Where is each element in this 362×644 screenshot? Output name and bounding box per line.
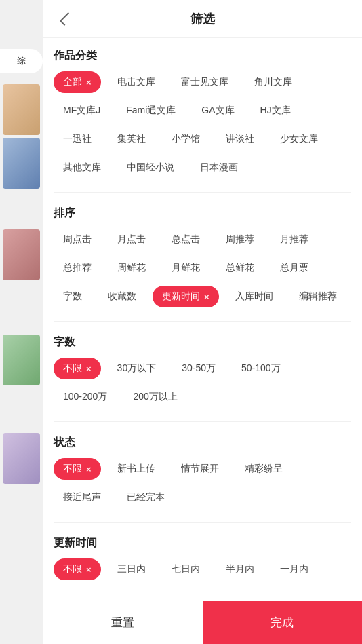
- filter-panel: 筛选 作品分类 全部 × 电击文库 富士见文库 角川文库 MF文库J Fami通…: [43, 0, 362, 644]
- tag-yue-click[interactable]: 月点击: [108, 229, 155, 250]
- sidebar-tab[interactable]: 综: [0, 49, 43, 73]
- tag-zong-xianhua[interactable]: 总鲜花: [216, 257, 264, 279]
- footer: 重置 完成: [43, 601, 362, 644]
- tag-shaonvwenku[interactable]: 少女文库: [270, 128, 327, 150]
- tag-gengxin-shijian[interactable]: 更新时间 ×: [153, 286, 219, 307]
- page-title: 筛选: [190, 11, 215, 27]
- sort-title: 排序: [54, 206, 351, 221]
- back-icon: [60, 12, 73, 26]
- tag-famiwenku[interactable]: Fami通文库: [117, 100, 185, 121]
- tag-zong-yuepiao[interactable]: 总月票: [270, 257, 318, 279]
- tag-wc-200[interactable]: 200万以上: [123, 386, 186, 408]
- tag-quanbu[interactable]: 全部 ×: [54, 71, 101, 93]
- tag-shoucang[interactable]: 收藏数: [98, 286, 146, 307]
- wordcount-title: 字数: [54, 335, 351, 349]
- background-sidebar: [0, 0, 43, 644]
- tag-wc-unlimited[interactable]: 不限 ×: [54, 358, 101, 379]
- tag-qitawenku[interactable]: 其他文库: [54, 157, 110, 178]
- status-title: 状态: [54, 436, 351, 450]
- reset-button[interactable]: 重置: [43, 601, 203, 644]
- section-status: 状态 不限 × 新书上传 情节展开 精彩纷呈 接近尾声 已经完本: [54, 436, 351, 508]
- tag-xiaoxueguan[interactable]: 小学馆: [162, 128, 209, 150]
- tag-zhou-xianhua[interactable]: 周鲜花: [108, 257, 155, 279]
- tag-time-halfmonth[interactable]: 半月内: [216, 558, 264, 580]
- tag-wc-50-100[interactable]: 50-100万: [232, 358, 290, 379]
- tag-status-complete[interactable]: 已经完本: [117, 487, 174, 508]
- tag-jiaochuanwenku[interactable]: 角川文库: [245, 71, 302, 93]
- tag-status-plot[interactable]: 情节展开: [172, 458, 228, 480]
- close-icon: ×: [204, 292, 209, 302]
- header: 筛选: [43, 0, 362, 38]
- tag-jiangtanshe[interactable]: 讲谈社: [216, 128, 264, 150]
- tag-jiyingshe[interactable]: 集英社: [108, 128, 155, 150]
- tag-status-ending[interactable]: 接近尾声: [54, 487, 110, 508]
- status-tags: 不限 × 新书上传 情节展开 精彩纷呈 接近尾声 已经完本: [54, 458, 351, 508]
- tag-zhou-tuijian[interactable]: 周推荐: [216, 229, 264, 250]
- tag-wc-30-50[interactable]: 30-50万: [172, 358, 225, 379]
- tag-time-unlimited[interactable]: 不限 ×: [54, 558, 101, 580]
- close-icon: ×: [86, 565, 92, 575]
- tag-status-new[interactable]: 新书上传: [108, 458, 165, 480]
- sidebar-tab-label: 综: [17, 55, 26, 67]
- tag-yue-tuijian[interactable]: 月推荐: [270, 229, 318, 250]
- divider-4: [54, 522, 351, 523]
- sort-tags: 周点击 月点击 总点击 周推荐 月推荐 总推荐 周鲜花 月鲜花 总鲜花 总月票 …: [54, 229, 351, 307]
- category-tags: 全部 × 电击文库 富士见文库 角川文库 MF文库J Fami通文库 GA文库 …: [54, 71, 351, 178]
- tag-time-3days[interactable]: 三日内: [108, 558, 155, 580]
- section-update-time: 更新时间 不限 × 三日内 七日内 半月内 一月内: [54, 536, 351, 580]
- tag-zong-tuijian[interactable]: 总推荐: [54, 257, 101, 279]
- tag-status-unlimited[interactable]: 不限 ×: [54, 458, 101, 480]
- tag-wc-100-200[interactable]: 100-200万: [54, 386, 117, 408]
- confirm-button[interactable]: 完成: [203, 601, 363, 644]
- section-wordcount: 字数 不限 × 30万以下 30-50万 50-100万 100-200万 20…: [54, 335, 351, 408]
- tag-fujianwenku[interactable]: 富士见文库: [172, 71, 238, 93]
- tag-wc-30w[interactable]: 30万以下: [108, 358, 166, 379]
- divider-2: [54, 321, 351, 322]
- tag-time-7days[interactable]: 七日内: [162, 558, 209, 580]
- close-icon: ×: [86, 77, 92, 88]
- section-sort: 排序 周点击 月点击 总点击 周推荐 月推荐 总推荐 周鲜花 月鲜花 总鲜花 总…: [54, 206, 351, 307]
- update-time-title: 更新时间: [54, 536, 351, 550]
- bottom-spacer: [54, 594, 351, 601]
- book-covers: [0, 81, 43, 487]
- wordcount-tags: 不限 × 30万以下 30-50万 50-100万 100-200万 200万以…: [54, 358, 351, 408]
- tag-dianjiwenku[interactable]: 电击文库: [108, 71, 165, 93]
- tag-yue-xianhua[interactable]: 月鲜花: [162, 257, 209, 279]
- tag-zishu[interactable]: 字数: [54, 286, 92, 307]
- tag-zhou-click[interactable]: 周点击: [54, 229, 101, 250]
- close-icon: ×: [86, 364, 92, 374]
- tag-zong-click[interactable]: 总点击: [162, 229, 209, 250]
- divider-3: [54, 421, 351, 422]
- close-icon: ×: [86, 464, 92, 474]
- update-time-tags: 不限 × 三日内 七日内 半月内 一月内: [54, 558, 351, 580]
- section-category: 作品分类 全部 × 电击文库 富士见文库 角川文库 MF文库J Fami通文库 …: [54, 49, 351, 178]
- tag-status-exciting[interactable]: 精彩纷呈: [235, 458, 292, 480]
- divider-1: [54, 192, 351, 193]
- tag-time-1month[interactable]: 一月内: [270, 558, 318, 580]
- tag-mfwenku[interactable]: MF文库J: [54, 100, 110, 121]
- tag-yixunshe[interactable]: 一迅社: [54, 128, 101, 150]
- tag-gawenku[interactable]: GA文库: [192, 100, 243, 121]
- tag-zhongguoqinxiaoshuo[interactable]: 中国轻小说: [117, 157, 184, 178]
- tag-ribenmanhua[interactable]: 日本漫画: [190, 157, 247, 178]
- filter-content: 作品分类 全部 × 电击文库 富士见文库 角川文库 MF文库J Fami通文库 …: [43, 38, 362, 601]
- category-title: 作品分类: [54, 49, 351, 63]
- tag-ruku-shijian[interactable]: 入库时间: [226, 286, 283, 307]
- tag-bianji-tuijian[interactable]: 编辑推荐: [289, 286, 346, 307]
- back-button[interactable]: [54, 8, 75, 30]
- tag-hjwenku[interactable]: HJ文库: [251, 100, 300, 121]
